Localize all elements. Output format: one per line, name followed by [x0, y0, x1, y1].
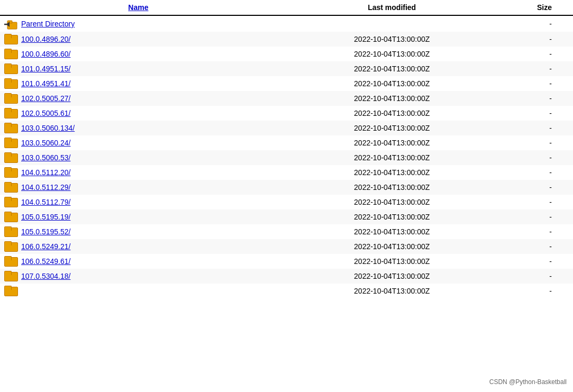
folder-icon	[4, 93, 17, 104]
table-row: 102.0.5005.27/ 2022-10-04T13:00:00Z -	[0, 91, 573, 106]
size-cell: -	[507, 284, 573, 298]
size-cell: -	[507, 61, 573, 76]
name-cell: 107.0.5304.18/	[0, 269, 277, 284]
parent-directory-row: Parent Directory -	[0, 15, 573, 32]
name-cell: 100.0.4896.20/	[0, 32, 277, 47]
table-row: 104.0.5112.29/ 2022-10-04T13:00:00Z -	[0, 180, 573, 195]
table-row: 101.0.4951.15/ 2022-10-04T13:00:00Z -	[0, 61, 573, 76]
size-cell: -	[507, 254, 573, 269]
directory-link[interactable]: 105.0.5195.52/	[21, 227, 70, 236]
modified-cell: 2022-10-04T13:00:00Z	[277, 284, 507, 298]
modified-cell: 2022-10-04T13:00:00Z	[277, 165, 507, 180]
directory-link[interactable]: 100.0.4896.20/	[21, 35, 70, 43]
modified-cell: 2022-10-04T13:00:00Z	[277, 239, 507, 254]
table-row: 100.0.4896.20/ 2022-10-04T13:00:00Z -	[0, 32, 573, 47]
parent-modified-cell	[277, 15, 507, 32]
directory-link[interactable]: 104.0.5112.20/	[21, 168, 70, 177]
folder-icon	[4, 123, 17, 133]
directory-link[interactable]: 104.0.5112.29/	[21, 183, 70, 192]
size-cell: -	[507, 195, 573, 209]
name-cell: 100.0.4896.60/	[0, 47, 277, 61]
directory-link[interactable]: 106.0.5249.21/	[21, 242, 70, 251]
folder-icon	[4, 49, 17, 59]
modified-cell: 2022-10-04T13:00:00Z	[277, 195, 507, 209]
folder-icon	[4, 286, 17, 296]
directory-link[interactable]: 102.0.5005.61/	[21, 109, 70, 117]
table-row: 106.0.5249.21/ 2022-10-04T13:00:00Z -	[0, 239, 573, 254]
size-cell: -	[507, 180, 573, 195]
directory-link[interactable]: 106.0.5249.61/	[21, 257, 70, 266]
directory-listing-table: Name Last modified Size Parent Directory…	[0, 0, 573, 298]
name-cell: 106.0.5249.21/	[0, 239, 277, 254]
table-row: 106.0.5249.61/ 2022-10-04T13:00:00Z -	[0, 254, 573, 269]
modified-cell: 2022-10-04T13:00:00Z	[277, 135, 507, 150]
name-cell: 105.0.5195.52/	[0, 224, 277, 239]
folder-icon	[4, 197, 17, 207]
column-header-name: Name	[0, 0, 277, 15]
modified-cell: 2022-10-04T13:00:00Z	[277, 91, 507, 106]
name-cell	[0, 284, 277, 298]
name-cell: 101.0.4951.15/	[0, 61, 277, 76]
table-row: 104.0.5112.20/ 2022-10-04T13:00:00Z -	[0, 165, 573, 180]
directory-link[interactable]: 103.0.5060.53/	[21, 153, 70, 162]
table-row: 107.0.5304.18/ 2022-10-04T13:00:00Z -	[0, 269, 573, 284]
directory-link[interactable]: 100.0.4896.60/	[21, 50, 70, 58]
column-header-modified: Last modified	[277, 0, 507, 15]
back-icon	[4, 18, 17, 30]
size-cell: -	[507, 239, 573, 254]
table-row: 103.0.5060.134/ 2022-10-04T13:00:00Z -	[0, 121, 573, 135]
size-cell: -	[507, 106, 573, 121]
folder-icon	[4, 256, 17, 267]
folder-icon	[4, 34, 17, 44]
modified-cell: 2022-10-04T13:00:00Z	[277, 224, 507, 239]
modified-cell: 2022-10-04T13:00:00Z	[277, 150, 507, 165]
size-cell: -	[507, 32, 573, 47]
name-cell: 102.0.5005.27/	[0, 91, 277, 106]
name-cell: 103.0.5060.24/	[0, 135, 277, 150]
name-cell: 106.0.5249.61/	[0, 254, 277, 269]
table-row: 105.0.5195.52/ 2022-10-04T13:00:00Z -	[0, 224, 573, 239]
column-header-size: Size	[507, 0, 573, 15]
folder-icon	[4, 226, 17, 237]
name-cell: 103.0.5060.134/	[0, 121, 277, 135]
folder-icon	[4, 167, 17, 178]
directory-link[interactable]: 104.0.5112.79/	[21, 198, 70, 206]
directory-link[interactable]: 102.0.5005.27/	[21, 94, 70, 103]
folder-icon	[4, 78, 17, 89]
name-cell: 101.0.4951.41/	[0, 76, 277, 91]
name-cell: 104.0.5112.29/	[0, 180, 277, 195]
size-cell: -	[507, 76, 573, 91]
folder-icon	[4, 138, 17, 148]
modified-cell: 2022-10-04T13:00:00Z	[277, 269, 507, 284]
modified-cell: 2022-10-04T13:00:00Z	[277, 106, 507, 121]
modified-cell: 2022-10-04T13:00:00Z	[277, 61, 507, 76]
table-row: 103.0.5060.24/ 2022-10-04T13:00:00Z -	[0, 135, 573, 150]
table-row: 100.0.4896.60/ 2022-10-04T13:00:00Z -	[0, 47, 573, 61]
modified-cell: 2022-10-04T13:00:00Z	[277, 180, 507, 195]
directory-link[interactable]: 103.0.5060.134/	[21, 124, 75, 132]
folder-icon	[4, 241, 17, 252]
size-cell: -	[507, 91, 573, 106]
size-cell: -	[507, 165, 573, 180]
size-cell: -	[507, 224, 573, 239]
folder-icon	[4, 152, 17, 163]
name-sort-link[interactable]: Name	[128, 3, 148, 12]
name-cell: 105.0.5195.19/	[0, 209, 277, 224]
folder-icon	[4, 182, 17, 193]
table-row: 104.0.5112.79/ 2022-10-04T13:00:00Z -	[0, 195, 573, 209]
name-cell: 102.0.5005.61/	[0, 106, 277, 121]
directory-link[interactable]: 107.0.5304.18/	[21, 272, 70, 280]
directory-link[interactable]: 103.0.5060.24/	[21, 139, 70, 147]
size-cell: -	[507, 209, 573, 224]
folder-icon	[4, 108, 17, 118]
name-cell: 104.0.5112.79/	[0, 195, 277, 209]
size-cell: -	[507, 135, 573, 150]
directory-link[interactable]: 101.0.4951.15/	[21, 65, 70, 73]
size-cell: -	[507, 121, 573, 135]
table-row: 101.0.4951.41/ 2022-10-04T13:00:00Z -	[0, 76, 573, 91]
directory-link[interactable]: 101.0.4951.41/	[21, 79, 70, 88]
size-cell: -	[507, 47, 573, 61]
directory-link[interactable]: 105.0.5195.19/	[21, 213, 70, 221]
parent-directory-link[interactable]: Parent Directory	[21, 20, 75, 28]
table-row: 103.0.5060.53/ 2022-10-04T13:00:00Z -	[0, 150, 573, 165]
